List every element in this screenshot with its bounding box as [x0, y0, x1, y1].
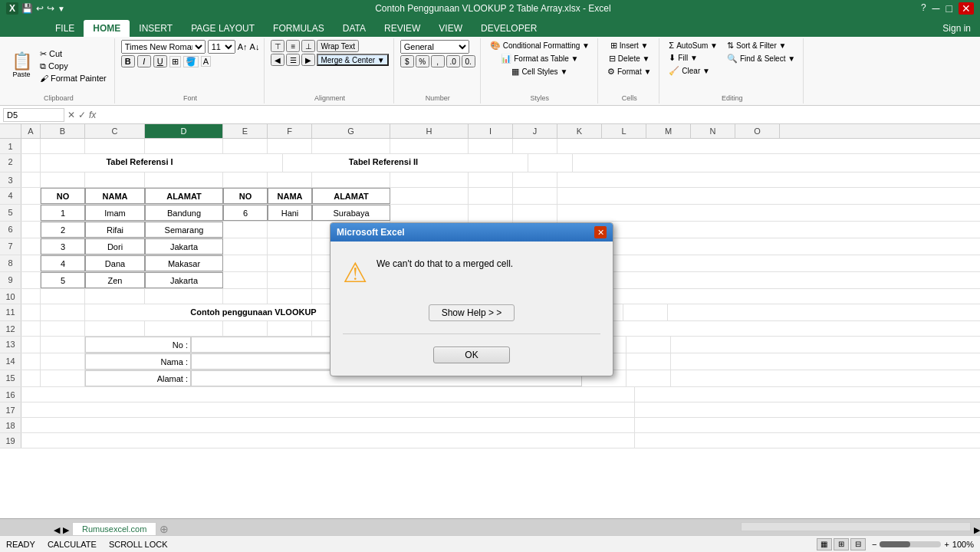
dialog-content: ⚠ We can't do that to a merged cell. [343, 257, 600, 289]
microsoft-excel-dialog: Microsoft Excel ✕ ⚠ We can't do that to … [330, 222, 613, 376]
dialog-message: We can't do that to a merged cell. [377, 257, 513, 271]
ok-button[interactable]: OK [433, 347, 509, 363]
dialog-title: Microsoft Excel [337, 227, 405, 238]
warning-icon: ⚠ [343, 257, 367, 289]
dialog-separator [343, 334, 600, 334]
dialog-close-button[interactable]: ✕ [594, 226, 607, 238]
dialog-titlebar: Microsoft Excel ✕ [331, 223, 613, 242]
dialog-body: ⚠ We can't do that to a merged cell. Sho… [331, 242, 613, 376]
dialog-buttons: Show Help > > OK [343, 304, 600, 363]
show-help-button[interactable]: Show Help > > [429, 304, 515, 321]
dialog-overlay: Microsoft Excel ✕ ⚠ We can't do that to … [0, 0, 980, 552]
